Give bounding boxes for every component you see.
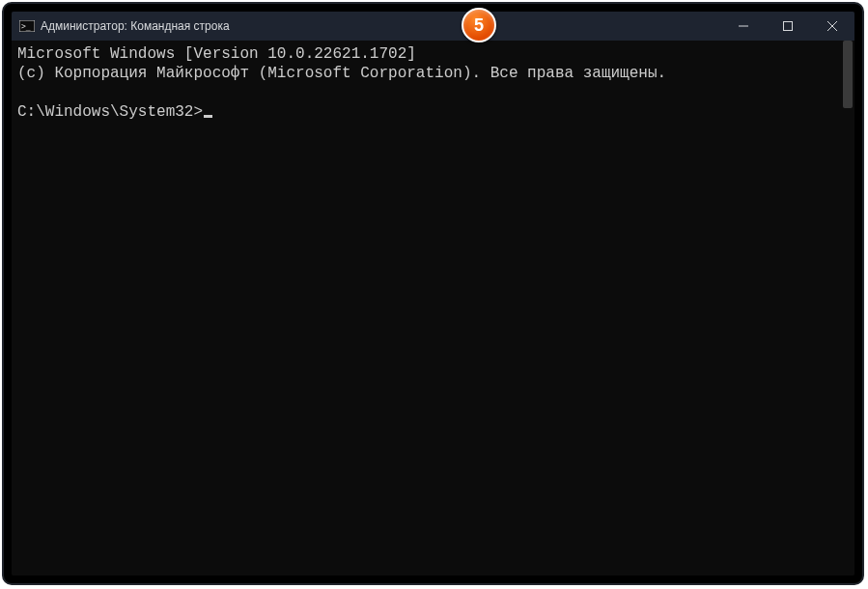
terminal-line-copyright: (c) Корпорация Майкрософт (Microsoft Cor…: [17, 65, 666, 82]
maximize-button[interactable]: [766, 12, 810, 41]
minimize-button[interactable]: [721, 12, 766, 41]
terminal-output: Microsoft Windows [Version 10.0.22621.17…: [12, 41, 841, 575]
titlebar[interactable]: >_ Администратор: Командная строка: [12, 12, 854, 41]
terminal-line-version: Microsoft Windows [Version 10.0.22621.17…: [17, 45, 416, 63]
terminal-prompt: C:\Windows\System32>: [17, 103, 203, 121]
svg-rect-3: [784, 22, 793, 31]
svg-text:>_: >_: [21, 22, 31, 31]
command-prompt-window: >_ Администратор: Командная строка: [12, 12, 854, 575]
window-title: Администратор: Командная строка: [41, 19, 230, 33]
scrollbar-thumb[interactable]: [843, 41, 853, 108]
screenshot-frame: >_ Администратор: Командная строка: [2, 2, 864, 585]
step-annotation-badge: 5: [462, 8, 496, 42]
close-button[interactable]: [810, 12, 854, 41]
terminal-area[interactable]: Microsoft Windows [Version 10.0.22621.17…: [12, 41, 854, 575]
step-number: 5: [474, 15, 484, 36]
cmd-icon: >_: [19, 18, 35, 34]
cursor-icon: [204, 115, 212, 118]
window-controls: [721, 12, 854, 41]
vertical-scrollbar[interactable]: [841, 41, 854, 575]
